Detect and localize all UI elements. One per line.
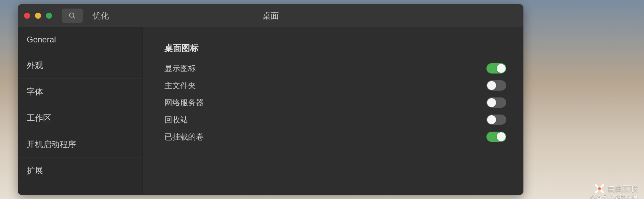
setting-label: 主文件夹 bbox=[164, 80, 196, 91]
setting-row-show-icons: 显示图标 bbox=[164, 60, 506, 77]
minimize-button[interactable] bbox=[35, 13, 41, 19]
setting-label: 显示图标 bbox=[164, 63, 196, 74]
setting-label: 回收站 bbox=[164, 115, 188, 125]
sidebar-item-label: 字体 bbox=[27, 87, 43, 96]
setting-label: 网络服务器 bbox=[164, 97, 204, 108]
toggle-show-icons[interactable] bbox=[486, 63, 506, 74]
sidebar-item-label: 扩展 bbox=[27, 166, 43, 175]
sidebar-item-label: General bbox=[27, 35, 56, 44]
toggle-knob bbox=[487, 115, 496, 124]
watermark: 自由互联 bbox=[593, 183, 638, 195]
watermark-subtitle: 头条号 / 科技疯浪 bbox=[590, 194, 638, 199]
app-window: 优化 桌面 General 外观 字体 工作区 开机启动程序 扩展 桌面图标 显… bbox=[18, 4, 523, 195]
watermark-logo-icon bbox=[593, 183, 606, 195]
window-title: 桌面 bbox=[262, 10, 279, 21]
svg-line-1 bbox=[73, 16, 75, 18]
app-title: 优化 bbox=[92, 10, 109, 21]
content-area: General 外观 字体 工作区 开机启动程序 扩展 桌面图标 显示图标 主文… bbox=[18, 27, 523, 195]
setting-row-network: 网络服务器 bbox=[164, 94, 506, 111]
sidebar-item-label: 外观 bbox=[27, 61, 43, 70]
toggle-knob bbox=[497, 64, 506, 73]
window-controls bbox=[24, 13, 52, 19]
sidebar: General 外观 字体 工作区 开机启动程序 扩展 bbox=[18, 27, 143, 195]
toggle-knob bbox=[497, 132, 506, 141]
sidebar-item-label: 工作区 bbox=[27, 113, 51, 122]
section-title: 桌面图标 bbox=[164, 42, 506, 54]
toggle-trash[interactable] bbox=[486, 115, 506, 125]
titlebar: 优化 桌面 bbox=[18, 4, 523, 27]
toggle-knob bbox=[487, 98, 496, 107]
setting-row-mounted: 已挂载的卷 bbox=[164, 128, 506, 145]
sidebar-item-workspaces[interactable]: 工作区 bbox=[18, 105, 142, 131]
svg-point-2 bbox=[598, 187, 601, 190]
sidebar-item-fonts[interactable]: 字体 bbox=[18, 79, 142, 105]
watermark-brand: 自由互联 bbox=[608, 184, 638, 194]
search-button[interactable] bbox=[62, 9, 83, 23]
toggle-home[interactable] bbox=[486, 80, 506, 91]
sidebar-item-general[interactable]: General bbox=[18, 27, 142, 52]
setting-row-home: 主文件夹 bbox=[164, 77, 506, 94]
toggle-mounted[interactable] bbox=[486, 132, 506, 142]
setting-row-trash: 回收站 bbox=[164, 111, 506, 128]
toggle-network[interactable] bbox=[486, 97, 506, 108]
sidebar-item-startup[interactable]: 开机启动程序 bbox=[18, 131, 142, 158]
search-icon bbox=[69, 12, 76, 19]
main-panel: 桌面图标 显示图标 主文件夹 网络服务器 回收站 已挂载的卷 bbox=[143, 27, 523, 195]
sidebar-item-appearance[interactable]: 外观 bbox=[18, 52, 142, 79]
maximize-button[interactable] bbox=[46, 13, 52, 19]
svg-point-0 bbox=[70, 13, 74, 17]
close-button[interactable] bbox=[24, 13, 30, 19]
setting-label: 已挂载的卷 bbox=[164, 132, 204, 142]
toggle-knob bbox=[487, 81, 496, 90]
sidebar-item-extensions[interactable]: 扩展 bbox=[18, 158, 142, 184]
sidebar-item-label: 开机启动程序 bbox=[27, 140, 76, 149]
